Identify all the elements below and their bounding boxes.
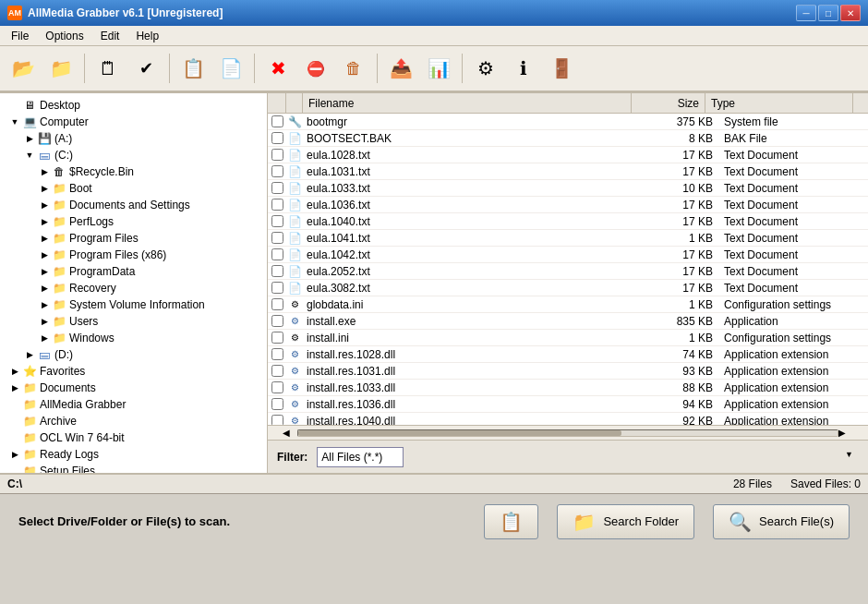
expand-d-drive[interactable]: ▶ xyxy=(22,347,37,362)
horizontal-scrollbar[interactable]: ◀ ▶ xyxy=(268,425,868,440)
menu-file[interactable]: File xyxy=(4,28,36,44)
paste-btn[interactable]: 📄 xyxy=(213,51,248,86)
menu-help[interactable]: Help xyxy=(128,28,166,44)
file-checkbox[interactable] xyxy=(268,248,286,260)
scan-btn[interactable]: ✔ xyxy=(128,51,163,86)
properties-btn[interactable]: 🗒 xyxy=(90,51,126,86)
expand-program-files[interactable]: ▶ xyxy=(37,231,52,246)
expand-allmedia[interactable] xyxy=(7,397,22,412)
file-row[interactable]: 📄 eula.1040.txt 17 KB Text Document xyxy=(268,213,868,230)
tree-item-ready-logs[interactable]: ▶ 📁 Ready Logs xyxy=(0,446,267,463)
tree-item-program-files-x86[interactable]: ▶ 📁 Program Files (x86) xyxy=(0,247,267,263)
tree-item-allmedia[interactable]: 📁 AllMedia Grabber xyxy=(0,396,267,413)
hscroll-track[interactable] xyxy=(297,429,838,437)
file-row[interactable]: ⚙ globdata.ini 1 KB Configuration settin… xyxy=(268,296,868,313)
tree-item-computer[interactable]: ▼ 💻 Computer xyxy=(0,114,267,130)
file-checkbox[interactable] xyxy=(268,348,286,360)
file-row[interactable]: 📄 eula.1031.txt 17 KB Text Document xyxy=(268,163,868,180)
tree-item-docs-settings[interactable]: ▶ 📁 Documents and Settings xyxy=(0,197,267,213)
expand-program-files-x86[interactable]: ▶ xyxy=(37,248,52,262)
tree-item-program-data[interactable]: ▶ 📁 ProgramData xyxy=(0,263,267,280)
file-checkbox[interactable] xyxy=(268,232,286,244)
tree-item-program-files[interactable]: ▶ 📁 Program Files xyxy=(0,230,267,247)
tree-item-recycle[interactable]: ▶ 🗑 $Recycle.Bin xyxy=(0,163,267,180)
expand-a-drive[interactable]: ▶ xyxy=(22,131,37,146)
tree-item-archive[interactable]: 📁 Archive xyxy=(0,413,267,429)
expand-recovery[interactable]: ▶ xyxy=(37,281,52,296)
tree-item-setup-files[interactable]: 📁 Setup Files xyxy=(0,463,267,473)
expand-computer[interactable]: ▼ xyxy=(7,115,22,129)
file-row[interactable]: 📄 eula.1028.txt 17 KB Text Document xyxy=(268,147,868,163)
export2-btn[interactable]: 📊 xyxy=(421,51,456,86)
file-row[interactable]: ⚙ install.res.1033.dll 88 KB Application… xyxy=(268,380,868,396)
tree-item-users[interactable]: ▶ 📁 Users xyxy=(0,313,267,330)
icon-button[interactable]: 📋 xyxy=(484,504,538,539)
tree-item-ocl-win7[interactable]: 📁 OCL Win 7 64-bit xyxy=(0,429,267,446)
clear-btn[interactable]: 🗑 xyxy=(336,51,371,86)
delete-btn[interactable]: ✖ xyxy=(260,51,295,86)
file-row[interactable]: 📄 eula.1042.txt 17 KB Text Document xyxy=(268,247,868,263)
expand-archive[interactable] xyxy=(7,414,22,429)
expand-windows[interactable]: ▶ xyxy=(37,331,52,345)
file-checkbox[interactable] xyxy=(268,365,286,377)
col-header-filename[interactable]: Filename xyxy=(303,93,632,113)
file-checkbox[interactable] xyxy=(268,298,286,310)
expand-boot[interactable]: ▶ xyxy=(37,181,52,196)
close-button[interactable]: ✕ xyxy=(840,5,861,21)
file-row[interactable]: 📄 eula.1041.txt 1 KB Text Document xyxy=(268,230,868,247)
file-row[interactable]: 🔧 bootmgr 375 KB System file xyxy=(268,114,868,130)
file-row[interactable]: ⚙ install.exe 835 KB Application xyxy=(268,313,868,330)
expand-perflogs[interactable]: ▶ xyxy=(37,214,52,229)
file-checkbox[interactable] xyxy=(268,132,286,144)
tree-item-d-drive[interactable]: ▶ 🖴 (D:) xyxy=(0,346,267,363)
file-checkbox[interactable] xyxy=(268,215,286,227)
file-row[interactable]: 📄 eula.2052.txt 17 KB Text Document xyxy=(268,263,868,280)
filter-select[interactable]: All Files (*.*) Image Files Video Files … xyxy=(317,447,404,467)
tree-item-perflogs[interactable]: ▶ 📁 PerfLogs xyxy=(0,213,267,230)
settings-btn[interactable]: ⚙ xyxy=(468,51,503,86)
tree-item-windows[interactable]: ▶ 📁 Windows xyxy=(0,330,267,346)
hscroll-thumb[interactable] xyxy=(298,430,621,436)
stop-btn[interactable]: ⛔ xyxy=(298,51,333,86)
tree-item-favorites[interactable]: ▶ ⭐ Favorites xyxy=(0,363,267,380)
file-checkbox[interactable] xyxy=(268,115,286,127)
tree-item-recovery[interactable]: ▶ 📁 Recovery xyxy=(0,280,267,296)
hscroll-left-btn[interactable]: ◀ xyxy=(283,428,297,438)
file-row[interactable]: ⚙ install.ini 1 KB Configuration setting… xyxy=(268,330,868,346)
file-checkbox[interactable] xyxy=(268,415,286,425)
file-checkbox[interactable] xyxy=(268,199,286,211)
menu-options[interactable]: Options xyxy=(38,28,90,44)
tree-item-boot[interactable]: ▶ 📁 Boot xyxy=(0,180,267,197)
copy-btn[interactable]: 📋 xyxy=(175,51,211,86)
expand-recycle[interactable]: ▶ xyxy=(37,164,52,179)
tree-item-sys-vol-info[interactable]: ▶ 📁 System Volume Information xyxy=(0,296,267,313)
tree-item-a-drive[interactable]: ▶ 💾 (A:) xyxy=(0,130,267,147)
file-checkbox[interactable] xyxy=(268,282,286,294)
expand-ready-logs[interactable]: ▶ xyxy=(7,447,22,462)
file-checkbox[interactable] xyxy=(268,398,286,410)
file-row[interactable]: ⚙ install.res.1028.dll 74 KB Application… xyxy=(268,346,868,363)
exit-btn[interactable]: 🚪 xyxy=(544,51,579,86)
open-folder-btn[interactable]: 📂 xyxy=(6,51,41,86)
menu-edit[interactable]: Edit xyxy=(93,28,127,44)
filter-select-wrap[interactable]: All Files (*.*) Image Files Video Files … xyxy=(317,447,859,467)
file-checkbox[interactable] xyxy=(268,332,286,344)
info-btn[interactable]: ℹ xyxy=(506,51,541,86)
file-checkbox[interactable] xyxy=(268,149,286,161)
file-checkbox[interactable] xyxy=(268,182,286,194)
minimize-button[interactable]: ─ xyxy=(796,5,816,21)
tree-item-documents[interactable]: ▶ 📁 Documents xyxy=(0,380,267,396)
expand-documents[interactable]: ▶ xyxy=(7,381,22,395)
col-header-type[interactable]: Type xyxy=(705,93,853,113)
tree-item-desktop[interactable]: 🖥 Desktop xyxy=(0,97,267,114)
expand-favorites[interactable]: ▶ xyxy=(7,364,22,379)
expand-sys-vol-info[interactable]: ▶ xyxy=(37,297,52,312)
expand-users[interactable]: ▶ xyxy=(37,314,52,329)
file-row[interactable]: 📄 BOOTSECT.BAK 8 KB BAK File xyxy=(268,130,868,147)
expand-c-drive[interactable]: ▼ xyxy=(22,148,37,163)
file-row[interactable]: 📄 eula.1033.txt 10 KB Text Document xyxy=(268,180,868,197)
maximize-button[interactable]: □ xyxy=(818,5,838,21)
col-header-size[interactable]: Size xyxy=(632,93,705,113)
file-row[interactable]: 📄 eula.1036.txt 17 KB Text Document xyxy=(268,197,868,213)
search-files-button[interactable]: 🔍 Search File(s) xyxy=(713,504,850,539)
